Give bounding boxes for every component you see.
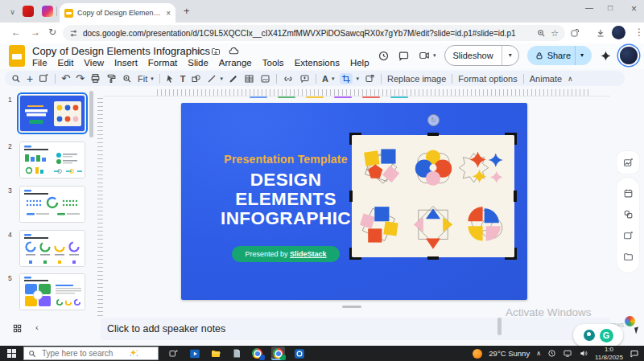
menu-edit[interactable]: Edit: [58, 58, 74, 68]
zoom-icon[interactable]: [122, 74, 132, 84]
format-options-button[interactable]: Format options: [458, 74, 517, 84]
calendar-icon[interactable]: [623, 188, 634, 199]
crop-handle-bottom-left[interactable]: [349, 248, 361, 260]
crop-handle-left[interactable]: [349, 191, 353, 202]
print-icon[interactable]: [90, 73, 101, 84]
grammarly-widget[interactable]: G: [573, 324, 623, 347]
filmstrip-scrollbar[interactable]: [89, 91, 93, 137]
tab-close-icon[interactable]: ×: [166, 9, 171, 18]
pinned-tab-youtube-icon[interactable]: [23, 6, 34, 17]
thumbnail-3-preview[interactable]: [19, 186, 85, 223]
share-button[interactable]: Share ▾: [527, 46, 592, 65]
weather-sun-icon[interactable]: [473, 349, 482, 359]
table-icon[interactable]: [244, 74, 254, 84]
menu-tools[interactable]: Tools: [262, 58, 284, 68]
slide-title[interactable]: DESIGN ELEMENTS INFOGRAPHIC: [197, 170, 374, 228]
selected-image[interactable]: [352, 135, 514, 257]
notification-center-icon[interactable]: [630, 349, 639, 359]
suggestion-bulb-icon[interactable]: [584, 330, 595, 341]
replace-image-button[interactable]: Replace image: [387, 74, 446, 84]
download-icon[interactable]: [596, 28, 605, 38]
line-dropdown-icon[interactable]: ▾: [220, 76, 223, 82]
grammarly-icon[interactable]: G: [600, 329, 613, 343]
zoom-fit-select[interactable]: Fit: [138, 74, 147, 84]
menu-extensions[interactable]: Extensions: [295, 58, 340, 68]
menu-insert[interactable]: Insert: [114, 58, 138, 68]
volume-icon[interactable]: [579, 349, 588, 358]
pinned-tab-instagram-icon[interactable]: [42, 6, 53, 17]
move-folder-icon[interactable]: [211, 46, 221, 56]
input-tools-icon[interactable]: A: [322, 74, 328, 84]
thumbnail-4-preview[interactable]: [19, 230, 85, 267]
menu-format[interactable]: Format: [148, 58, 177, 68]
new-slide-layout-icon[interactable]: [39, 73, 49, 84]
slide-text-block[interactable]: Presentation Template DESIGN ELEMENTS IN…: [197, 153, 374, 262]
meet-camera-icon[interactable]: [418, 50, 431, 61]
tray-app-icon[interactable]: [547, 349, 556, 358]
extension-badge-icon[interactable]: [625, 316, 635, 326]
brand-link[interactable]: SlideStack: [290, 250, 327, 258]
comment-history-icon[interactable]: [398, 50, 410, 62]
crop-handle-top-left[interactable]: [349, 133, 361, 145]
slide-kicker[interactable]: Presentation Template: [197, 153, 374, 166]
forward-icon[interactable]: →: [31, 27, 40, 38]
text-box-icon[interactable]: T: [180, 74, 186, 84]
menu-file[interactable]: File: [32, 58, 47, 68]
thumbnail-1-preview[interactable]: [19, 95, 85, 132]
replace-image-icon[interactable]: [365, 74, 375, 84]
slideshow-button[interactable]: Slideshow ▾: [444, 45, 519, 66]
new-slide-plus-icon[interactable]: +: [27, 72, 33, 85]
slide-thumbnail-4[interactable]: 4: [19, 230, 87, 269]
grid-view-icon[interactable]: [13, 324, 22, 333]
gemini-icon[interactable]: [600, 50, 612, 62]
crop-handle-bottom[interactable]: [427, 256, 439, 260]
window-close-button[interactable]: ×: [631, 3, 637, 14]
toolbar-collapse-icon[interactable]: ∧: [568, 75, 573, 83]
weather-text[interactable]: 29°C Sunny: [489, 349, 530, 358]
taskbar-clock[interactable]: 1:0 11/8/2025: [595, 346, 623, 361]
menu-help[interactable]: Help: [350, 58, 369, 68]
notes-scrollbar[interactable]: [497, 318, 502, 335]
collapse-filmstrip-icon[interactable]: ‹: [35, 322, 39, 332]
animate-button[interactable]: Animate: [530, 74, 562, 84]
reload-icon[interactable]: ↻: [48, 27, 56, 38]
shapes-icon[interactable]: [623, 209, 634, 219]
back-icon[interactable]: ←: [11, 27, 21, 38]
version-history-icon[interactable]: [378, 50, 390, 62]
taskbar-search[interactable]: [23, 347, 159, 360]
app-document-icon[interactable]: [229, 347, 243, 360]
slide-thumbnail-2[interactable]: 2: [19, 142, 87, 180]
crop-handle-top[interactable]: [427, 133, 439, 136]
folder-icon[interactable]: [623, 252, 634, 262]
browser-profile-avatar[interactable]: [612, 26, 625, 39]
speaker-notes[interactable]: Click to add speaker notes: [101, 318, 610, 340]
crop-handle-top-right[interactable]: [505, 133, 517, 145]
redo-icon[interactable]: ↷: [76, 72, 85, 84]
insert-image-icon[interactable]: [260, 74, 270, 84]
slide-thumbnail-1[interactable]: 1: [19, 95, 87, 133]
omnibox[interactable]: docs.google.com/presentation/d/1C9L5XQCC…: [63, 25, 565, 41]
tray-expand-icon[interactable]: ∧: [536, 350, 541, 357]
rotate-handle[interactable]: ↻: [427, 114, 440, 126]
slide-thumbnail-5[interactable]: 5: [19, 273, 87, 312]
menu-slide[interactable]: Slide: [188, 58, 208, 68]
file-explorer-icon[interactable]: [208, 347, 222, 360]
bookmark-star-icon[interactable]: ☆: [551, 28, 559, 39]
taskbar-search-input[interactable]: [40, 348, 124, 359]
undo-icon[interactable]: ↶: [61, 72, 70, 84]
chrome-profile2-icon-active[interactable]: [271, 347, 285, 360]
browser-tab[interactable]: Copy of Design Elements Infog ×: [60, 3, 175, 23]
add-comment-icon[interactable]: [299, 74, 310, 84]
slideshow-dropdown-icon[interactable]: ▾: [502, 46, 518, 65]
select-cursor-icon[interactable]: [166, 74, 175, 84]
thumbnail-2-preview[interactable]: [19, 142, 85, 178]
task-view-icon[interactable]: [167, 347, 180, 360]
site-info-icon[interactable]: [69, 29, 78, 38]
presented-by-badge[interactable]: Presented by SlideStack: [232, 246, 339, 262]
new-tab-button[interactable]: +: [184, 5, 190, 17]
window-minimize-button[interactable]: —: [585, 3, 593, 12]
thumbnail-5-preview[interactable]: [19, 273, 85, 310]
canvas-scrollbar[interactable]: [342, 306, 361, 308]
camera-dropdown-icon[interactable]: ▾: [433, 52, 436, 59]
account-avatar[interactable]: [620, 47, 638, 64]
